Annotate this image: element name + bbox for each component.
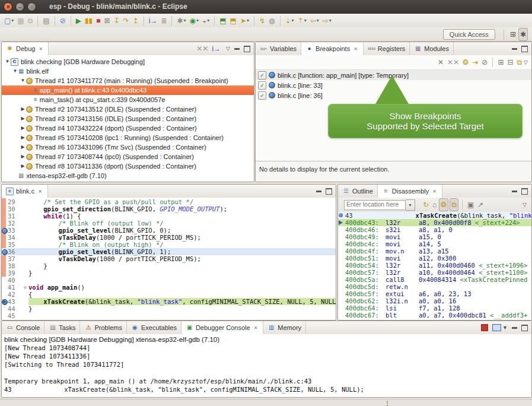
tab-close-icon[interactable]: ✕ [37, 188, 43, 195]
editor-gutter-marker[interactable] [2, 198, 8, 205]
editor-gutter-marker[interactable] [2, 305, 8, 312]
breakpoints-tab-variables[interactable]: (x)=Variables [256, 42, 301, 55]
debug-tree-item[interactable]: ≡app_main() at blink.c:43 0x400dbc43 [2, 85, 254, 95]
terminate-console-button[interactable] [481, 324, 488, 331]
save-all-button[interactable]: ⧉ [27, 15, 34, 27]
debug-tree-item[interactable]: ▦xtensa-esp32-elf-gdb (7.10) [2, 171, 254, 180]
console-tab-problems[interactable]: ⚠Problems [80, 321, 126, 334]
tree-expander-icon[interactable]: ▼ [12, 66, 18, 76]
debug-tree-item[interactable]: ▶Thread #7 1073408744 (ipc0) (Suspended … [2, 152, 254, 161]
debug-perspective-button[interactable]: ✱ [518, 28, 528, 41]
skip-all-breakpoints-button[interactable]: ⊘ [480, 56, 489, 68]
view-menu-icon[interactable]: ▽ [524, 59, 528, 65]
step-return-button[interactable]: ↥ [132, 15, 140, 27]
tree-expander-icon[interactable]: ▶ [20, 133, 26, 142]
sync-with-pc-button[interactable]: ❂ [439, 198, 448, 211]
minimize-view-icon[interactable] [512, 191, 517, 192]
minimize-window-button[interactable]: – [15, 2, 24, 11]
editor-gutter-marker[interactable] [2, 291, 8, 298]
editor-gutter-marker[interactable] [2, 227, 8, 234]
editor-gutter-marker[interactable] [2, 241, 8, 248]
remove-all-breakpoints-button[interactable]: ✕✕ [446, 56, 460, 68]
editor-gutter-marker[interactable] [2, 205, 8, 212]
breakpoint-checkbox[interactable]: ✓ [258, 71, 266, 80]
editor-gutter-marker[interactable] [2, 234, 8, 241]
debug-tab-debug[interactable]: ✱Debug✕ [2, 42, 49, 56]
group-breakpoints-button[interactable]: ⧉ [516, 56, 524, 68]
debug-tree-item[interactable]: ▶Thread #4 1073432224 (dport) (Suspended… [2, 123, 254, 133]
maximize-view-icon[interactable] [521, 188, 528, 195]
fold-marker-icon[interactable]: ⊖ [22, 284, 28, 291]
editor-gutter-marker[interactable] [2, 262, 8, 269]
editor-gutter-marker[interactable] [2, 312, 8, 319]
tab-close-icon[interactable]: ✕ [253, 325, 259, 331]
maximize-view-icon[interactable] [326, 188, 332, 195]
instruction-stepping-button[interactable]: i→ [148, 15, 159, 27]
editor-gutter-marker[interactable] [2, 248, 8, 255]
console-tab-memory[interactable]: ▥Memory [263, 321, 306, 334]
link-with-debug-view-button[interactable]: ⇥ [471, 56, 479, 68]
editor-gutter-marker[interactable] [2, 269, 8, 277]
debug-tree-item[interactable]: ≡main_task() at cpu_start.c:339 0x400d05… [2, 95, 254, 104]
forward-button[interactable]: ⇨▾ [321, 15, 333, 27]
sash-grip[interactable] [387, 401, 390, 406]
tree-expander-icon[interactable]: ▶ [20, 152, 26, 161]
show-source-button[interactable]: ⧉ [450, 198, 458, 211]
disassembly-tab-outline[interactable]: ☰Outline [338, 185, 378, 198]
launch-button[interactable]: ➤▾ [239, 15, 250, 27]
tree-expander-icon[interactable]: ▼ [20, 76, 26, 85]
console-tab-executables[interactable]: ◉Executables [127, 321, 181, 334]
tab-close-icon[interactable]: ✕ [352, 46, 359, 52]
editor-gutter-marker[interactable] [2, 212, 8, 220]
disassembly-tab-disassembly[interactable]: ≡Disassembly✕ [378, 185, 442, 198]
tree-expander-icon[interactable]: ▶ [20, 142, 26, 152]
debug-tree-item[interactable]: ▶Thread #5 1073410208 (ipc1 : Running) (… [2, 133, 254, 142]
editor-tab-blink.c[interactable]: cblink.c✕ [2, 185, 48, 198]
suspend-button[interactable]: ▮▮ [84, 15, 94, 27]
tree-expander-icon[interactable]: ▶ [20, 161, 26, 171]
save-button[interactable]: ▦ [16, 15, 25, 27]
console-tab-debugger-console[interactable]: ▣Debugger Console✕ [181, 321, 263, 335]
open-run-config-button[interactable]: ⬒ [229, 15, 238, 27]
new-wizard-button[interactable]: ▢▾ [3, 15, 15, 27]
editor-gutter-marker[interactable] [2, 255, 8, 262]
tree-expander-icon[interactable]: ▶ [20, 104, 26, 114]
minimize-view-icon[interactable] [512, 327, 517, 329]
terminate-button[interactable]: ■ [95, 15, 101, 27]
editor-gutter-marker[interactable] [2, 284, 8, 291]
breakpoint-checkbox[interactable]: ✓ [258, 81, 266, 90]
console-body[interactable]: blink checking [GDB Hardware Debugging] … [2, 334, 531, 397]
view-menu-icon[interactable]: ▽ [226, 46, 230, 52]
minimize-view-icon[interactable] [234, 48, 240, 50]
debug-tree-item[interactable]: ▼Cblink checking [GDB Hardware Debugging… [2, 57, 254, 66]
run-button[interactable]: ◉▾ [188, 15, 200, 27]
tree-expander-icon[interactable]: ▼ [4, 57, 11, 66]
step-over-button[interactable]: ↷ [122, 15, 130, 27]
copy-button[interactable]: ▣ [466, 199, 475, 211]
debug-tree-item[interactable]: ▶Thread #3 1073413156 (IDLE) (Suspended … [2, 114, 254, 123]
debug-tree[interactable]: ▼Cblink checking [GDB Hardware Debugging… [2, 55, 254, 182]
debug-tree-item[interactable]: ▶Thread #8 1073411336 (dport) (Suspended… [2, 161, 254, 171]
next-annotation-button[interactable]: ⇣▾ [284, 15, 295, 27]
debug-button[interactable]: ✱▾ [176, 15, 187, 27]
breakpoints-tab-breakpoints[interactable]: ●Breakpoints✕ [301, 42, 364, 56]
debug-tree-item[interactable]: ▼Thread #1 1073411772 (main : Running) (… [2, 76, 254, 85]
view-menu-icon[interactable]: ▽ [523, 202, 527, 208]
breakpoints-tab-modules[interactable]: ▦Modules [410, 42, 454, 55]
tab-close-icon[interactable]: ✕ [431, 188, 438, 195]
step-into-button[interactable]: ↧ [112, 15, 120, 27]
expand-all-button[interactable]: ⊞ [496, 56, 505, 68]
quick-access-button[interactable]: Quick Access [443, 29, 495, 40]
open-perspective-button[interactable]: ⊞ [509, 28, 517, 40]
tab-close-icon[interactable]: ✕ [37, 46, 44, 52]
external-tools-button[interactable]: ◒▾ [201, 15, 211, 27]
previous-annotation-button[interactable]: ⇡▾ [297, 15, 308, 27]
maximize-view-icon[interactable] [521, 46, 528, 52]
instruction-stepping-mode-button[interactable]: i→ [211, 43, 222, 55]
editor-gutter-marker[interactable] [2, 298, 8, 305]
tree-expander-icon[interactable]: ▶ [20, 123, 26, 133]
console-tab-console[interactable]: ▭Console [2, 321, 44, 334]
location-combo[interactable]: Enter location here ▼ [344, 199, 415, 211]
breakpoints-tab-registers[interactable]: 1010Registers [364, 42, 410, 55]
debug-tree-item[interactable]: ▼▦blink.elf [2, 66, 254, 76]
